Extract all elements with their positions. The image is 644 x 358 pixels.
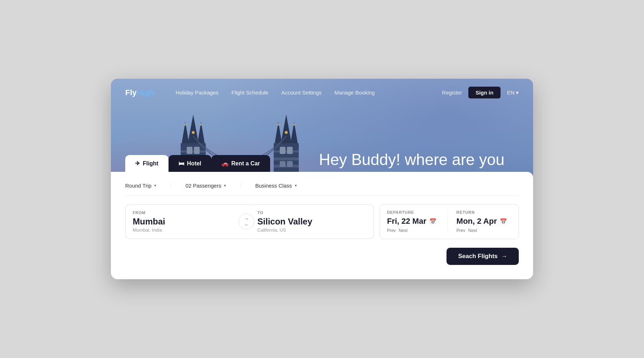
return-date: Mon, 2 Apr 📅 [457,217,511,226]
search-action-row: Seach Flights → [125,248,519,265]
search-box: Round Trip ▾ 02 Passengers ▾ Business Cl… [111,172,533,279]
departure-date-text: Fri, 22 Mar [387,217,426,226]
trip-type-chevron-icon: ▾ [154,183,156,188]
nav-link-flight-schedule: Flight Schedule [231,90,268,96]
to-city: Silicon Valley [257,217,366,226]
logo-high: High [137,88,154,97]
signin-button[interactable]: Sign in [468,87,501,98]
nav-item-account-settings[interactable]: Account Settings [281,90,322,96]
to-label: TO [257,211,366,215]
date-group: DEPARTURE Fri, 22 Mar 📅 Prev Next [380,204,519,239]
return-date-text: Mon, 2 Apr [457,217,497,226]
search-fields-row: FROM Mumbai Mumbai, India → ← TO Silicon… [125,204,519,239]
svg-point-40 [293,124,295,126]
from-label: FROM [133,211,241,215]
class-selector[interactable]: Business Class ▾ [241,183,311,189]
hotel-icon: 🛏 [179,160,184,167]
class-chevron-icon: ▾ [295,183,297,188]
return-label: RETURN [457,210,511,214]
tab-rent-a-car[interactable]: 🚗 Rent a Car [211,155,270,172]
nav-link-account-settings: Account Settings [281,90,322,96]
svg-point-39 [277,124,279,126]
search-top-row: Round Trip ▾ 02 Passengers ▾ Business Cl… [125,183,519,195]
to-detail: California, US [257,227,366,233]
return-prev-button[interactable]: Prev [457,228,465,233]
register-link[interactable]: Register [442,90,462,96]
return-date-nav: Prev Next [457,228,511,233]
swap-right-icon: → [244,216,249,221]
passengers-chevron-icon: ▾ [224,183,226,188]
nav-right: Register Sign in EN ▾ [442,87,519,98]
svg-marker-3 [188,115,199,143]
tab-row: ✈ Flight 🛏 Hotel 🚗 Rent a Car [111,155,533,172]
svg-rect-22 [274,150,299,153]
return-field[interactable]: RETURN Mon, 2 Apr 📅 Prev Next [448,210,511,233]
lang-chevron-icon: ▾ [516,90,519,96]
search-flights-button[interactable]: Seach Flights → [447,248,519,265]
car-icon: 🚗 [221,160,229,167]
svg-point-38 [200,124,202,126]
from-to-wrapper: FROM Mumbai Mumbai, India → ← TO Silicon… [125,204,374,239]
navbar: FlyHigh Holiday Packages Flight Schedule… [111,79,533,106]
return-next-button[interactable]: Next [468,228,477,233]
tab-flight[interactable]: ✈ Flight [125,155,169,172]
tab-car-label: Rent a Car [231,160,260,167]
passengers-label: 02 Passengers [185,183,221,189]
departure-label: DEPARTURE [387,210,442,214]
trip-type-label: Round Trip [125,183,151,189]
departure-prev-button[interactable]: Prev [387,228,396,233]
departure-date: Fri, 22 Mar 📅 [387,217,442,226]
tab-flight-label: Flight [143,160,158,167]
nav-item-flight-schedule[interactable]: Flight Schedule [231,90,268,96]
svg-rect-23 [280,147,286,154]
departure-field[interactable]: DEPARTURE Fri, 22 Mar 📅 Prev Next [387,210,442,233]
tab-hotel[interactable]: 🛏 Hotel [169,155,211,172]
logo[interactable]: FlyHigh [125,88,154,97]
from-detail: Mumbai, India [133,227,241,233]
return-calendar-icon: 📅 [500,218,507,225]
svg-rect-24 [287,147,293,154]
svg-rect-10 [194,147,200,154]
from-city: Mumbai [133,217,241,226]
svg-point-37 [184,124,186,126]
nav-link-manage-booking: Manage Booking [335,90,375,96]
to-field[interactable]: TO Silicon Valley California, US [250,204,374,238]
trip-type-selector[interactable]: Round Trip ▾ [125,183,171,189]
logo-fly: Fly [125,88,137,97]
departure-date-nav: Prev Next [387,228,442,233]
class-label: Business Class [255,183,292,189]
svg-marker-17 [281,115,292,143]
hero-section: FlyHigh Holiday Packages Flight Schedule… [111,79,533,279]
tab-hotel-label: Hotel [187,160,201,167]
lang-label: EN [507,90,514,96]
search-btn-label: Seach Flights [458,253,498,260]
from-field[interactable]: FROM Mumbai Mumbai, India [125,204,249,238]
svg-point-35 [192,131,195,134]
passengers-selector[interactable]: 02 Passengers ▾ [171,183,241,189]
nav-item-holiday[interactable]: Holiday Packages [176,90,219,96]
main-container: FlyHigh Holiday Packages Flight Schedule… [111,79,533,279]
nav-link-holiday: Holiday Packages [176,90,219,96]
language-selector[interactable]: EN ▾ [507,90,519,96]
flight-icon: ✈ [135,160,140,167]
svg-rect-9 [187,147,192,154]
nav-item-manage-booking[interactable]: Manage Booking [335,90,375,96]
departure-calendar-icon: 📅 [429,218,436,225]
nav-links: Holiday Packages Flight Schedule Account… [176,90,442,96]
swap-left-icon: ← [244,222,249,227]
search-arrow-icon: → [501,253,507,260]
svg-point-36 [285,131,288,134]
svg-rect-8 [181,150,206,153]
search-panel-wrapper: ✈ Flight 🛏 Hotel 🚗 Rent a Car Round Trip [111,155,533,279]
departure-next-button[interactable]: Next [399,228,408,233]
